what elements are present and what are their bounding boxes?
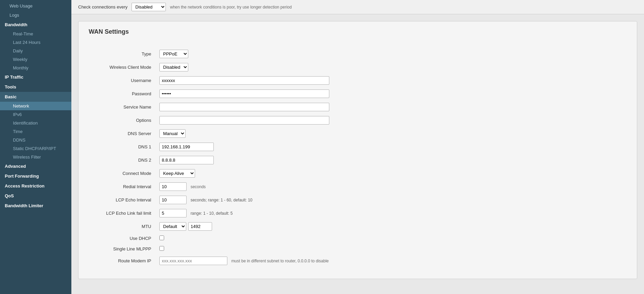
connect-mode-row: Connect Mode Keep Alive On Demand Disabl… [89,168,627,179]
single-line-row: Single Line MLPPP [89,245,627,253]
sidebar-section-port-forwarding[interactable]: Port Forwarding [0,171,71,181]
top-bar: Check connections every Disabled 30 seco… [71,0,644,14]
dns2-input[interactable] [159,156,214,164]
mtu-label: MTU [89,221,157,232]
lcp-echo-interval-row: LCP Echo Interval seconds; range: 1 - 60… [89,194,627,206]
type-label: Type [89,48,157,60]
dns2-row: DNS 2 [89,154,627,166]
sidebar-item-logs[interactable]: Logs [0,11,71,20]
single-line-checkbox[interactable] [159,246,164,251]
wan-settings-section: WAN Settings Type PPPoE DHCP Static Disa… [78,21,637,279]
sidebar-section-basic[interactable]: Basic [0,92,71,102]
mtu-select[interactable]: Default Custom [159,222,186,231]
username-row: Username [89,75,627,86]
type-row: Type PPPoE DHCP Static Disabled [89,48,627,60]
sidebar-section-tools[interactable]: Tools [0,82,71,92]
wireless-client-mode-select[interactable]: Disabled Enabled [159,63,188,71]
dns-server-row: DNS Server Manual Auto [89,128,627,139]
redial-interval-row: Redial Interval seconds [89,181,627,192]
sidebar-section-qos[interactable]: QoS [0,191,71,201]
connect-mode-select[interactable]: Keep Alive On Demand Disabled [159,169,195,178]
options-input[interactable] [159,116,329,125]
single-line-label: Single Line MLPPP [89,245,157,253]
redial-interval-label: Redial Interval [89,181,157,192]
check-connections-label: Check connections every [78,4,127,10]
use-dhcp-row: Use DHCP [89,234,627,243]
dns2-label: DNS 2 [89,154,157,166]
wireless-client-mode-label: Wireless Client Mode [89,62,157,73]
mtu-value-input[interactable] [188,222,212,231]
check-connections-select[interactable]: Disabled 30 seconds 1 minute 5 minutes 1… [132,3,166,11]
options-label: Options [89,115,157,126]
dns1-input[interactable] [159,143,214,151]
sidebar-section-advanced[interactable]: Advanced [0,161,71,171]
service-name-row: Service Name [89,101,627,113]
sidebar-item-identification[interactable]: Identification [0,119,71,127]
sidebar-section-ip-traffic[interactable]: IP Traffic [0,72,71,82]
redial-interval-input[interactable] [159,182,187,191]
sidebar-section-bandwidth[interactable]: Bandwidth [0,20,71,30]
redial-interval-hint: seconds [191,184,206,189]
connect-mode-label: Connect Mode [89,168,157,179]
lcp-echo-interval-input[interactable] [159,196,187,204]
lcp-echo-interval-hint: seconds; range: 1 - 60, default: 10 [191,198,253,202]
lcp-echo-fail-hint: range: 1 - 10, default: 5 [191,211,233,216]
wan-settings-form: Type PPPoE DHCP Static Disabled Wireless… [89,46,627,268]
sidebar-item-wireless-filter[interactable]: Wireless Filter [0,153,71,161]
route-modem-hint: must be in different subnet to router, 0… [231,259,329,263]
dns-server-select[interactable]: Manual Auto [159,129,186,138]
check-connections-hint: when the network conditions is poor, try… [170,5,292,10]
password-input[interactable] [159,89,329,98]
type-select[interactable]: PPPoE DHCP Static Disabled [159,50,188,58]
username-input[interactable] [159,76,329,85]
options-row: Options [89,115,627,126]
lcp-echo-fail-input[interactable] [159,209,187,217]
wan-settings-title: WAN Settings [89,28,627,38]
password-row: Password [89,88,627,99]
lcp-echo-fail-label: LCP Echo Link fail limit [89,208,157,219]
sidebar-item-daily[interactable]: Daily [0,47,71,55]
username-label: Username [89,75,157,86]
sidebar-item-last-24-hours[interactable]: Last 24 Hours [0,38,71,47]
service-name-label: Service Name [89,101,157,113]
lcp-echo-fail-row: LCP Echo Link fail limit range: 1 - 10, … [89,208,627,219]
dns1-row: DNS 1 [89,141,627,152]
password-label: Password [89,88,157,99]
route-modem-label: Route Modem IP [89,255,157,266]
sidebar-item-static-dhcp[interactable]: Static DHCP/ARP/IPT [0,144,71,153]
route-modem-input[interactable] [159,257,227,265]
lcp-echo-interval-label: LCP Echo Interval [89,194,157,206]
use-dhcp-checkbox[interactable] [159,235,164,240]
route-modem-row: Route Modem IP must be in different subn… [89,255,627,266]
sidebar-item-ddns[interactable]: DDNS [0,136,71,144]
sidebar-item-monthly[interactable]: Monthly [0,64,71,72]
sidebar-item-web-usage[interactable]: Web Usage [0,1,71,11]
sidebar-section-bandwidth-limiter[interactable]: Bandwidth Limiter [0,201,71,211]
sidebar-section-access-restriction[interactable]: Access Restriction [0,181,71,191]
use-dhcp-label: Use DHCP [89,234,157,243]
sidebar-item-ipv6[interactable]: IPv6 [0,110,71,119]
sidebar-item-real-time[interactable]: Real-Time [0,30,71,38]
sidebar-item-time[interactable]: Time [0,127,71,136]
sidebar: Web Usage Logs Bandwidth Real-Time Last … [0,0,71,294]
sidebar-item-network[interactable]: Network [0,102,71,110]
dns1-label: DNS 1 [89,141,157,152]
wireless-client-mode-row: Wireless Client Mode Disabled Enabled [89,62,627,73]
service-name-input[interactable] [159,103,329,111]
mtu-row: MTU Default Custom [89,221,627,232]
sidebar-item-weekly[interactable]: Weekly [0,55,71,64]
main-content: Check connections every Disabled 30 seco… [71,0,644,294]
dns-server-label: DNS Server [89,128,157,139]
